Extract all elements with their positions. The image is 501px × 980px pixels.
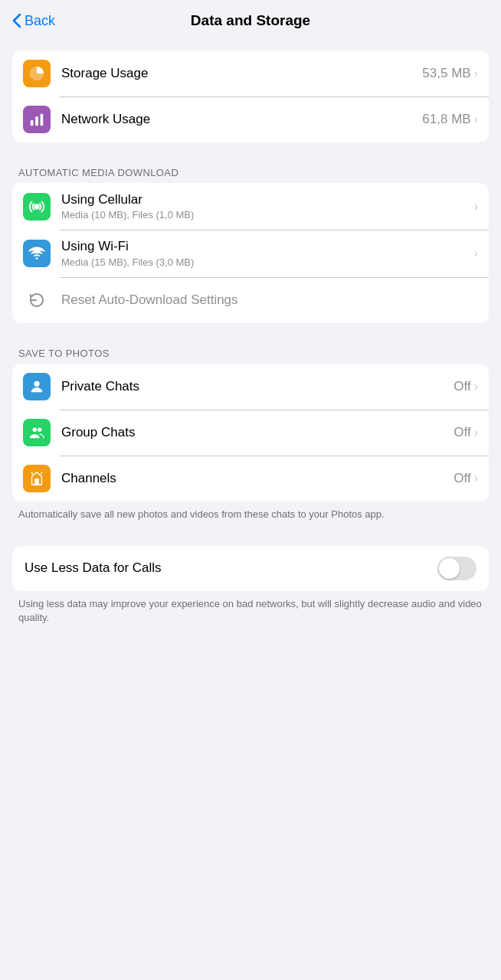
svg-rect-1 (35, 116, 38, 126)
less-data-card: Use Less Data for Calls (12, 546, 489, 591)
reset-icon (23, 286, 51, 314)
wifi-text: Using Wi-Fi Media (15 MB), Files (3,0 MB… (61, 239, 474, 267)
storage-network-card: Storage Usage 53,5 MB › Network Usage (12, 51, 489, 142)
page-title: Data and Storage (191, 12, 310, 29)
wifi-icon (23, 240, 51, 267)
wifi-label: Using Wi-Fi (61, 239, 474, 254)
channels-row[interactable]: Channels Off › (12, 456, 489, 501)
auto-download-card: Using Cellular Media (10 MB), Files (1,0… (12, 183, 489, 323)
person-icon (23, 373, 51, 400)
cellular-label: Using Cellular (61, 192, 474, 207)
cellular-text: Using Cellular Media (10 MB), Files (1,0… (61, 192, 474, 220)
cellular-subtitle: Media (10 MB), Files (1,0 MB) (61, 209, 474, 220)
svg-marker-8 (34, 479, 39, 485)
group-chats-row[interactable]: Group Chats Off › (12, 410, 489, 456)
svg-rect-0 (31, 120, 34, 126)
svg-point-5 (34, 381, 39, 386)
svg-point-6 (33, 427, 38, 432)
svg-point-4 (36, 257, 38, 260)
network-usage-chevron: › (474, 113, 478, 126)
less-data-label: Use Less Data for Calls (25, 560, 437, 576)
storage-usage-row[interactable]: Storage Usage 53,5 MB › (12, 51, 489, 96)
auto-download-section: AUTOMATIC MEDIA DOWNLOAD Using Cellular … (12, 167, 489, 323)
storage-network-section: Storage Usage 53,5 MB › Network Usage (12, 51, 489, 142)
channels-label: Channels (61, 471, 454, 486)
network-usage-row[interactable]: Network Usage 61,8 MB › (12, 96, 489, 142)
channel-icon (23, 465, 51, 492)
wifi-row[interactable]: Using Wi-Fi Media (15 MB), Files (3,0 MB… (12, 230, 489, 276)
network-icon (23, 106, 51, 133)
cellular-icon (23, 193, 51, 220)
channels-text: Channels (61, 471, 454, 486)
save-to-photos-label: SAVE TO PHOTOS (12, 348, 489, 364)
cellular-right: › (474, 200, 478, 214)
less-data-toggle[interactable] (437, 557, 476, 580)
header: Back Data and Storage (0, 0, 501, 38)
private-chats-text: Private Chats (61, 379, 454, 394)
channels-value: Off › (454, 471, 478, 486)
less-data-row[interactable]: Use Less Data for Calls (12, 546, 489, 591)
group-icon (23, 419, 51, 446)
wifi-right: › (474, 247, 478, 260)
svg-point-3 (34, 204, 39, 209)
private-chats-row[interactable]: Private Chats Off › (12, 364, 489, 410)
private-chats-label: Private Chats (61, 379, 454, 394)
wifi-subtitle: Media (15 MB), Files (3,0 MB) (61, 256, 474, 268)
channels-chevron: › (474, 472, 478, 485)
toggle-knob (439, 558, 460, 579)
save-to-photos-card: Private Chats Off › Group Chats Of (12, 364, 489, 501)
save-to-photos-footer: Automatically save all new photos and vi… (12, 501, 489, 521)
less-data-footer: Using less data may improve your experie… (12, 591, 489, 625)
storage-usage-label: Storage Usage (61, 66, 422, 81)
network-usage-label: Network Usage (61, 112, 422, 127)
back-button[interactable]: Back (12, 13, 55, 29)
cellular-chevron: › (474, 200, 478, 214)
storage-usage-chevron: › (474, 67, 478, 80)
save-to-photos-section: SAVE TO PHOTOS Private Chats Off › (12, 348, 489, 521)
group-chats-chevron: › (474, 426, 478, 439)
auto-download-label: AUTOMATIC MEDIA DOWNLOAD (12, 167, 489, 183)
less-data-section: Use Less Data for Calls Using less data … (12, 546, 489, 625)
private-chats-value: Off › (454, 379, 478, 394)
storage-icon (23, 60, 51, 87)
cellular-row[interactable]: Using Cellular Media (10 MB), Files (1,0… (12, 183, 489, 230)
svg-point-7 (38, 427, 41, 432)
reset-row[interactable]: Reset Auto-Download Settings (12, 277, 489, 323)
group-chats-value: Off › (454, 425, 478, 440)
private-chats-chevron: › (474, 380, 478, 394)
group-chats-label: Group Chats (61, 425, 454, 440)
wifi-chevron: › (474, 247, 478, 260)
svg-rect-2 (41, 114, 44, 126)
network-usage-text: Network Usage (61, 112, 422, 127)
reset-label: Reset Auto-Download Settings (61, 292, 238, 308)
back-label: Back (25, 13, 55, 29)
storage-usage-value: 53,5 MB › (422, 66, 478, 81)
storage-usage-text: Storage Usage (61, 66, 422, 81)
group-chats-text: Group Chats (61, 425, 454, 440)
network-usage-value: 61,8 MB › (422, 112, 478, 127)
